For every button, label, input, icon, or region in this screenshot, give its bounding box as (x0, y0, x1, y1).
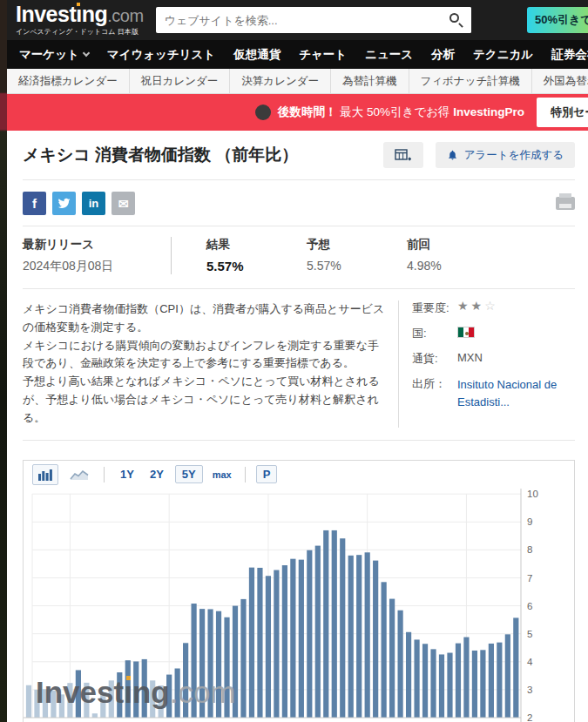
bar (109, 680, 114, 718)
search-button[interactable] (442, 7, 471, 33)
importance-star-empty: ☆ (484, 299, 498, 313)
chart-card: 1Y2Y5YmaxP 23456789102020202120222023202… (23, 460, 575, 722)
importance-star-filled: ★ (457, 299, 471, 313)
bar (192, 604, 197, 718)
subnav-item-4[interactable]: 為替計算機 (331, 69, 409, 93)
special-sale-button[interactable]: 特別セールを (537, 98, 588, 127)
subnav-item-2[interactable]: 祝日カレンダー (130, 69, 231, 93)
bar (406, 631, 411, 717)
bar (348, 555, 354, 717)
divider (104, 467, 105, 482)
desktop-background-strip (0, 0, 7, 722)
range-buttons: 1Y2Y5YmaxP (116, 465, 277, 483)
nav-item-8[interactable]: 証券会社 (551, 47, 588, 63)
range-button-1Y[interactable]: 1Y (116, 466, 139, 482)
logo-subtitle: インベスティング・ドットコム 日本版 (16, 27, 144, 37)
bar (125, 660, 131, 718)
investing-logo[interactable]: Investıng.com インベスティング・ドットコム 日本版 (16, 3, 144, 37)
promo-banner: 後数時間！ 最大 50%引きでお得 InvestingPro 特別セールを (7, 94, 588, 131)
stat-latest-release: 最新リリース 2024年08月08日 (23, 237, 171, 274)
pro-discount-button[interactable]: 50%引きで (527, 7, 588, 33)
nav-item-4[interactable]: チャート (299, 47, 347, 63)
bar (373, 560, 378, 717)
promo-text: 後数時間！ 最大 50%引きでお得 InvestingPro (278, 105, 524, 120)
source-link[interactable]: Insituto Nacional de Estadisti... (457, 376, 575, 410)
facts-panel: 重要度: ★★☆ 国: 通貨: MXN 出所： Insituto Naciona… (412, 300, 575, 428)
bar (447, 652, 452, 717)
main-nav: マーケットマイウォッチリスト仮想通貨チャートニュース分析テクニカル証券会社 (7, 40, 588, 69)
currency-value: MXN (457, 351, 483, 367)
description-paragraph: メキシコにおける購買傾向の変動およびインフレを測定する重要な手段であり、金融政策… (23, 337, 385, 374)
bar (332, 530, 337, 718)
stat-actual: 結果 5.57% (206, 237, 307, 273)
search-input[interactable] (156, 14, 442, 27)
nav-item-label: 証券会社 (551, 47, 588, 63)
line-chart-type-button[interactable] (66, 464, 92, 485)
nav-item-1[interactable]: マーケット (19, 47, 89, 63)
chart-area: 234567891020202021202220232024 Investıng… (24, 489, 574, 722)
share-facebook-button[interactable]: f (23, 192, 46, 215)
add-to-calendar-button[interactable] (383, 142, 423, 168)
range-button-P[interactable]: P (256, 465, 278, 483)
calendar-subnav: 経済指標カレンダー祝日カレンダー決算カレンダー為替計算機フィボナッチ計算機外国為… (7, 69, 588, 94)
share-linkedin-button[interactable]: in (82, 192, 105, 215)
subnav-item-1[interactable]: 経済指標カレンダー (7, 69, 130, 93)
print-icon[interactable] (556, 197, 575, 210)
bar-chart-type-button[interactable] (32, 464, 58, 485)
y-tick-label: 5 (527, 628, 532, 638)
range-button-max[interactable]: max (210, 468, 234, 482)
nav-item-6[interactable]: 分析 (431, 47, 455, 63)
countdown-clock-icon (255, 105, 271, 120)
create-alert-button[interactable]: アラートを作成する (436, 142, 575, 168)
chart-toolbar: 1Y2Y5YmaxP (24, 461, 574, 489)
nav-item-label: チャート (299, 47, 347, 63)
nav-item-label: マーケット (19, 47, 79, 63)
bar (175, 668, 180, 718)
subnav-item-5[interactable]: フィボナッチ計算機 (409, 69, 532, 93)
bar (183, 643, 188, 718)
y-tick-label: 2 (527, 712, 532, 722)
bar (84, 682, 89, 717)
fact-country: 国: (412, 326, 575, 341)
fact-importance: 重要度: ★★☆ (412, 300, 575, 316)
bar-chart-icon (38, 469, 52, 481)
bar (422, 644, 428, 718)
divider (171, 237, 172, 274)
bar (463, 637, 469, 717)
y-tick-label: 8 (527, 544, 532, 555)
nav-item-label: ニュース (365, 47, 413, 63)
facebook-icon: f (32, 196, 37, 211)
subnav-item-6[interactable]: 外国為替ボラティリティ (532, 69, 588, 93)
share-email-button[interactable]: ✉ (112, 192, 135, 215)
subnav-item-3[interactable]: 決算カレンダー (230, 69, 331, 93)
previous-value: 4.98% (407, 259, 442, 273)
logo-orange-dot-i: ı (76, 2, 81, 26)
bar (224, 617, 229, 717)
range-button-2Y[interactable]: 2Y (145, 466, 168, 482)
bar (290, 558, 295, 717)
bar (282, 565, 287, 718)
bar (43, 689, 48, 718)
share-bar: f in ✉ (23, 180, 575, 226)
bar (430, 649, 436, 718)
range-button-5Y[interactable]: 5Y (175, 465, 203, 483)
nav-item-5[interactable]: ニュース (365, 47, 413, 63)
bar (489, 644, 494, 718)
line-chart-icon (70, 469, 89, 481)
bar (26, 685, 31, 717)
alert-bell-icon (447, 149, 458, 161)
nav-item-7[interactable]: テクニカル (473, 47, 533, 63)
nav-item-2[interactable]: マイウォッチリスト (107, 47, 215, 63)
site-search (156, 7, 471, 33)
about-section: メキシコ消費者物価指数（CPI）は、消費者が購入する商品とサービスの価格変動を測… (23, 289, 575, 440)
y-tick-label: 3 (527, 684, 532, 694)
bar (439, 654, 444, 718)
y-tick-label: 7 (527, 572, 532, 583)
bar (150, 680, 155, 718)
site-header: Investıng.com インベスティング・ドットコム 日本版 50%引きで (7, 0, 588, 40)
bar (249, 567, 254, 717)
share-twitter-button[interactable] (52, 192, 76, 215)
importance-star-filled: ★ (471, 299, 485, 313)
nav-item-3[interactable]: 仮想通貨 (233, 47, 280, 63)
bar (92, 713, 98, 718)
